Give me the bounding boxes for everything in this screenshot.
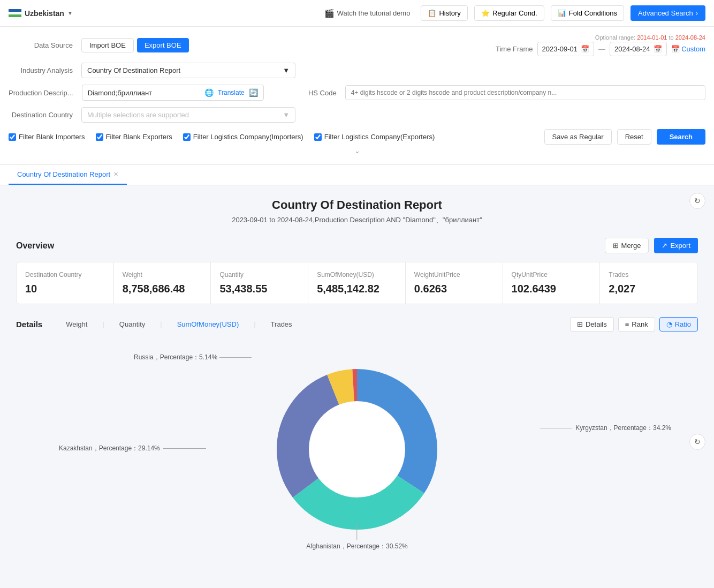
ratio-icon: ◔ xyxy=(666,320,672,328)
stat-label-5: QtyUnitPrice xyxy=(512,271,591,278)
date-dash: — xyxy=(598,45,605,53)
import-boe-button[interactable]: Import BOE xyxy=(81,38,134,52)
tab-close-icon[interactable]: ✕ xyxy=(113,171,118,178)
side-refresh-bottom: ↻ xyxy=(689,434,705,450)
collapse-button[interactable]: ⌄ xyxy=(9,145,705,157)
regular-cond-button[interactable]: ⭐ Regular Cond. xyxy=(474,5,544,21)
refresh-bottom-icon: ↻ xyxy=(694,438,701,446)
filter-logistics-importers[interactable]: Filter Logistics Company(Importers) xyxy=(183,133,303,141)
overview-actions: ⊞ Merge ↗ Export xyxy=(605,238,698,253)
search-panel: Data Source Import BOE Export BOE Option… xyxy=(0,27,714,165)
refresh-icon: ↻ xyxy=(694,197,701,205)
table-view-icon: ⊞ xyxy=(577,320,583,328)
stat-label-1: Weight xyxy=(123,271,202,278)
stat-trades: Trades 2,027 xyxy=(600,262,697,304)
stat-label-3: SumOfMoney(USD) xyxy=(317,271,397,278)
tab-bar: Country Of Destination Report ✕ xyxy=(0,165,714,185)
export-boe-button[interactable]: Export BOE xyxy=(137,38,189,52)
chevron-down-icon: ▼ xyxy=(283,66,290,74)
destination-country-select[interactable]: Multiple selections are supported ▼ xyxy=(81,107,295,123)
details-section-header: Details Weight | Quantity | SumOfMoney(U… xyxy=(16,317,698,331)
detail-tab-sum-of-money[interactable]: SumOfMoney(USD) xyxy=(171,318,246,331)
detail-tab-trades[interactable]: Trades xyxy=(264,318,299,331)
label-afghanistan: Afghanistan，Percentage：30.52% xyxy=(306,524,407,551)
production-desc-input[interactable]: Diamond;бриллиант 🌐 Translate 🔄 xyxy=(82,85,264,101)
side-refresh-top: ↻ xyxy=(689,193,705,209)
rank-icon: ≡ xyxy=(625,320,629,328)
stat-value-5: 102.6439 xyxy=(512,283,591,295)
stat-value-3: 5,485,142.82 xyxy=(317,283,397,295)
search-button[interactable]: Search xyxy=(657,129,705,145)
donut-svg xyxy=(266,358,448,540)
custom-icon: 📅 xyxy=(671,45,680,53)
action-buttons: Save as Regular Reset Search xyxy=(544,129,705,145)
rank-view-button[interactable]: ≡ Rank xyxy=(618,317,655,331)
history-button[interactable]: 📋 History xyxy=(421,5,467,21)
date-end-input[interactable]: 2024-08-24 📅 xyxy=(610,42,667,56)
save-regular-button[interactable]: Save as Regular xyxy=(544,129,612,145)
country-selector[interactable]: Uzbekistan ▼ xyxy=(9,9,73,18)
stat-quantity: Quantity 53,438.55 xyxy=(211,262,308,304)
stat-value-1: 8,758,686.48 xyxy=(123,283,202,295)
stat-value-2: 53,438.55 xyxy=(219,283,299,295)
line-afghanistan xyxy=(357,524,358,540)
merge-icon: ⊞ xyxy=(613,242,619,250)
label-russia: Russia，Percentage：5.14% xyxy=(134,353,252,362)
history-icon: 📋 xyxy=(428,9,436,17)
detail-tab-weight[interactable]: Weight xyxy=(59,318,94,331)
time-frame-label: Time Frame xyxy=(469,45,533,53)
detail-tab-quantity[interactable]: Quantity xyxy=(113,318,151,331)
export-icon: ↗ xyxy=(662,242,667,250)
stat-value-0: 10 xyxy=(25,283,105,295)
stat-sum-of-money: SumOfMoney(USD) 5,485,142.82 xyxy=(308,262,406,304)
search-row-4: Destination Country Multiple selections … xyxy=(9,107,705,123)
tutorial-link[interactable]: 🎬 Watch the tutorial demo xyxy=(320,6,415,21)
table-icon: 📊 xyxy=(558,9,566,17)
main-content: Country Of Destination Report 2023-09-01… xyxy=(0,185,714,569)
production-desc-label: Production Descrip... xyxy=(9,89,73,97)
arrow-right-icon: › xyxy=(696,9,698,17)
reset-button[interactable]: Reset xyxy=(617,129,651,145)
export-report-button[interactable]: ↗ Export xyxy=(654,238,698,253)
app-header: Uzbekistan ▼ 🎬 Watch the tutorial demo 📋… xyxy=(0,0,714,27)
filter-blank-importers[interactable]: Filter Blank Importers xyxy=(9,133,85,141)
data-source-buttons: Import BOE Export BOE xyxy=(81,38,189,52)
refresh-top-button[interactable]: ↻ xyxy=(689,193,705,209)
search-row-3: Production Descrip... Diamond;бриллиант … xyxy=(9,85,705,101)
search-row-1: Data Source Import BOE Export BOE Option… xyxy=(9,34,705,56)
country-name: Uzbekistan xyxy=(25,9,64,18)
tab-country-destination-report[interactable]: Country Of Destination Report ✕ xyxy=(9,165,127,185)
fold-conditions-button[interactable]: 📊 Fold Conditions xyxy=(551,5,624,21)
time-frame-section: Optional range: 2014-01-01 to 2024-08-24… xyxy=(469,34,705,56)
date-start-input[interactable]: 2023-09-01 📅 xyxy=(537,42,595,56)
report-subtitle: 2023-09-01 to 2024-08-24,Production Desc… xyxy=(16,215,698,225)
hs-code-label: HS Code xyxy=(272,89,337,97)
translate-button[interactable]: Translate xyxy=(218,89,245,96)
filter-blank-exporters[interactable]: Filter Blank Exporters xyxy=(96,133,172,141)
country-chevron-icon: ▼ xyxy=(67,10,73,16)
separator-3: | xyxy=(254,320,255,328)
filter-logistics-exporters[interactable]: Filter Logistics Company(Exporters) xyxy=(314,133,435,141)
advanced-search-button[interactable]: Advanced Search › xyxy=(631,5,705,21)
overview-title: Overview xyxy=(16,241,54,251)
stat-destination-country: Destination Country 10 xyxy=(17,262,114,304)
merge-button[interactable]: ⊞ Merge xyxy=(605,238,649,253)
sync-icon: 🔄 xyxy=(249,88,258,97)
ratio-view-button[interactable]: ◔ Ratio xyxy=(659,317,698,331)
calendar-end-icon: 📅 xyxy=(654,45,662,53)
custom-link[interactable]: 📅 Custom xyxy=(671,45,705,53)
star-icon: ⭐ xyxy=(481,9,490,17)
hs-code-input[interactable] xyxy=(345,85,705,100)
stat-label-6: Trades xyxy=(609,271,689,278)
tutorial-label: Watch the tutorial demo xyxy=(337,9,411,17)
report-title: Country Of Destination Report xyxy=(16,198,698,212)
translate-icon: 🌐 xyxy=(204,88,214,97)
view-toggle: ⊞ Details ≡ Rank ◔ Ratio xyxy=(570,317,698,331)
refresh-bottom-button[interactable]: ↻ xyxy=(689,434,705,450)
details-view-button[interactable]: ⊞ Details xyxy=(570,317,614,331)
industry-analysis-label: Industry Analysis xyxy=(9,66,73,74)
industry-analysis-select[interactable]: Country Of Destination Report ▼ xyxy=(81,63,295,78)
details-title: Details xyxy=(16,320,42,329)
collapse-icon: ⌄ xyxy=(354,147,360,155)
play-icon: 🎬 xyxy=(324,9,335,18)
